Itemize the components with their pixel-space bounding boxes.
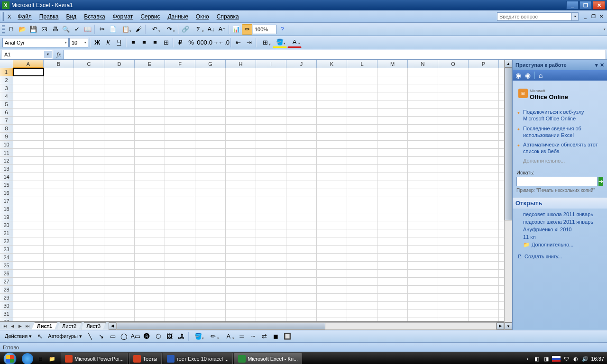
increase-indent-button[interactable]: ⇥ xyxy=(244,37,254,48)
cell[interactable] xyxy=(256,109,286,116)
cell[interactable] xyxy=(195,117,226,124)
cell[interactable] xyxy=(286,68,317,76)
tab-next-button[interactable]: ▶ xyxy=(16,322,24,330)
cell[interactable] xyxy=(469,173,499,181)
research-button[interactable]: 📖 xyxy=(83,24,93,35)
preview-button[interactable]: 🔍 xyxy=(61,24,71,35)
cell[interactable] xyxy=(408,213,438,221)
cell[interactable] xyxy=(256,181,286,189)
cell[interactable] xyxy=(469,229,499,237)
cell[interactable] xyxy=(165,165,195,173)
row-header[interactable]: 32 xyxy=(0,318,13,321)
cell[interactable] xyxy=(438,246,469,253)
cell[interactable] xyxy=(226,237,256,245)
cell[interactable] xyxy=(286,262,317,269)
cell[interactable] xyxy=(256,68,286,76)
menu-tools[interactable]: Сервис xyxy=(137,12,164,21)
cell[interactable] xyxy=(104,157,135,164)
cell[interactable] xyxy=(226,149,256,156)
cell[interactable] xyxy=(44,310,74,318)
cell[interactable] xyxy=(226,221,256,229)
forward-icon[interactable]: ◉ xyxy=(525,72,531,79)
cell[interactable] xyxy=(44,254,74,261)
cell[interactable] xyxy=(469,165,499,173)
row-header[interactable]: 10 xyxy=(0,141,13,148)
cell[interactable] xyxy=(469,92,499,100)
cell[interactable] xyxy=(317,197,347,205)
cell[interactable] xyxy=(195,221,226,229)
cell[interactable] xyxy=(286,165,317,173)
column-header[interactable]: F xyxy=(165,60,195,68)
cell[interactable] xyxy=(317,100,347,108)
row-header[interactable]: 5 xyxy=(0,100,13,108)
taskbar-tests[interactable]: Тесты xyxy=(129,353,162,364)
cell[interactable] xyxy=(195,68,226,76)
cell[interactable] xyxy=(74,149,104,156)
cell[interactable] xyxy=(438,165,469,173)
cell[interactable] xyxy=(438,286,469,293)
column-header[interactable]: I xyxy=(256,60,286,68)
tray-expand-icon[interactable]: ‹ xyxy=(524,355,531,363)
cell[interactable] xyxy=(195,197,226,205)
cell[interactable] xyxy=(165,294,195,301)
cell[interactable] xyxy=(195,310,226,318)
cell[interactable] xyxy=(44,109,74,116)
cell[interactable] xyxy=(44,237,74,245)
cell[interactable] xyxy=(74,100,104,108)
cell[interactable] xyxy=(438,189,469,197)
cell[interactable] xyxy=(408,205,438,213)
cell[interactable] xyxy=(104,189,135,197)
cell[interactable] xyxy=(408,270,438,277)
cell[interactable] xyxy=(104,133,135,140)
cell[interactable] xyxy=(74,318,104,321)
cell[interactable] xyxy=(256,165,286,173)
column-header[interactable]: J xyxy=(286,60,317,68)
cell[interactable] xyxy=(377,286,408,293)
cell[interactable] xyxy=(377,117,408,124)
cell[interactable] xyxy=(226,213,256,221)
cell[interactable] xyxy=(195,125,226,132)
cell[interactable] xyxy=(286,84,317,92)
cell[interactable] xyxy=(347,189,377,197)
cell[interactable] xyxy=(256,221,286,229)
cell[interactable] xyxy=(13,100,44,108)
column-header[interactable]: G xyxy=(195,60,226,68)
cell[interactable] xyxy=(286,213,317,221)
cell[interactable] xyxy=(317,310,347,318)
taskbar-excel[interactable]: Microsoft Excel - Кн... xyxy=(234,353,302,364)
sheet-tab-1[interactable]: Лист1 xyxy=(32,322,57,329)
cell[interactable] xyxy=(438,254,469,261)
cell[interactable] xyxy=(377,68,408,76)
link-more[interactable]: Дополнительно... xyxy=(516,156,603,165)
cell[interactable] xyxy=(286,157,317,164)
cell[interactable] xyxy=(104,302,135,309)
cell[interactable] xyxy=(135,229,165,237)
cell[interactable] xyxy=(135,246,165,253)
fill-color-button[interactable]: 🪣 xyxy=(191,331,205,342)
cell[interactable] xyxy=(13,213,44,221)
cell[interactable] xyxy=(104,165,135,173)
cell[interactable] xyxy=(135,286,165,293)
cell[interactable] xyxy=(226,100,256,108)
font-color-button[interactable]: A xyxy=(221,331,236,342)
recent-file-1[interactable]: педсовет школа 2011 январь xyxy=(516,210,603,218)
cell[interactable] xyxy=(13,117,44,124)
cell[interactable] xyxy=(408,125,438,132)
cell[interactable] xyxy=(74,278,104,285)
cell[interactable] xyxy=(347,286,377,293)
cell[interactable] xyxy=(44,189,74,197)
fontsize-combo[interactable]: 10 xyxy=(69,38,88,47)
cell[interactable] xyxy=(226,173,256,181)
cell[interactable] xyxy=(347,109,377,116)
cell[interactable] xyxy=(286,141,317,148)
cell[interactable] xyxy=(438,205,469,213)
cell[interactable] xyxy=(13,302,44,309)
link-update[interactable]: Автоматически обновлять этот список из В… xyxy=(516,140,603,156)
cell[interactable] xyxy=(44,181,74,189)
cell[interactable] xyxy=(317,165,347,173)
cell[interactable] xyxy=(165,141,195,148)
cell[interactable] xyxy=(44,76,74,84)
cell[interactable] xyxy=(286,109,317,116)
vertical-scrollbar[interactable]: ▲▼ xyxy=(504,60,512,330)
cell[interactable] xyxy=(256,278,286,285)
